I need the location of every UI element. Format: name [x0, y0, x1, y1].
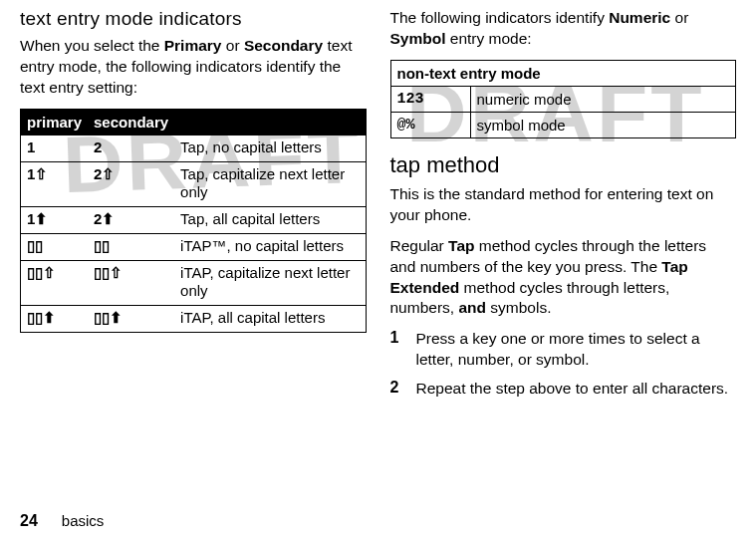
- secondary-icon: 2⇧: [88, 161, 174, 207]
- step-text: Repeat the step above to enter all chara…: [416, 379, 737, 400]
- bold-text: Secondary: [244, 37, 323, 54]
- heading-tap-method: tap method: [390, 152, 737, 178]
- primary-icon: ▯▯⬆: [21, 306, 89, 333]
- primary-icon: 1: [21, 135, 89, 161]
- mode-description: Tap, all capital letters: [174, 207, 366, 234]
- mode-description: Tap, capitalize next letter only: [174, 161, 366, 207]
- table-row: 123numeric mode: [390, 86, 736, 112]
- primary-icon: 1⇧: [21, 161, 89, 207]
- steps-list: 1Press a key one or more times to select…: [390, 329, 737, 400]
- step-text: Press a key one or more times to select …: [416, 329, 737, 371]
- heading-text-entry-indicators: text entry mode indicators: [20, 8, 367, 30]
- th-secondary: secondary: [88, 109, 174, 135]
- th-nontext: non-text entry mode: [390, 60, 736, 86]
- text-run: entry mode:: [445, 30, 531, 47]
- table-row: 1⬆2⬆Tap, all capital letters: [21, 207, 367, 234]
- secondary-icon: 2: [88, 135, 174, 161]
- page-footer: 24 basics: [20, 512, 104, 530]
- table-row: ▯▯⬆▯▯⬆iTAP, all capital letters: [21, 306, 367, 333]
- bold-text: Tap: [448, 237, 474, 254]
- secondary-icon: ▯▯⬆: [88, 306, 174, 333]
- text-run: or: [670, 9, 688, 26]
- primary-icon: ▯▯: [21, 233, 89, 260]
- two-column-layout: text entry mode indicators When you sele…: [20, 8, 736, 408]
- text-run: When you select the: [20, 37, 164, 54]
- secondary-icon: ▯▯⇧: [88, 260, 174, 306]
- secondary-icon: ▯▯: [88, 233, 174, 260]
- table-row: @%symbol mode: [390, 112, 736, 137]
- primary-icon: ▯▯⇧: [21, 260, 89, 306]
- bold-text: Primary: [164, 37, 222, 54]
- mode-description: Tap, no capital letters: [174, 135, 366, 161]
- mode-description: numeric mode: [470, 86, 736, 112]
- mode-description: iTAP™, no capital letters: [174, 233, 366, 260]
- left-column: text entry mode indicators When you sele…: [20, 8, 367, 408]
- bold-text: Numeric: [609, 9, 670, 26]
- intro-paragraph-right: The following indicators identify Numeri…: [390, 8, 737, 50]
- text-run: Regular: [390, 237, 449, 254]
- th-primary: primary: [21, 109, 89, 135]
- page-number: 24: [20, 512, 38, 530]
- intro-paragraph-left: When you select the Primary or Secondary…: [20, 36, 367, 99]
- bold-text: Symbol: [390, 30, 446, 47]
- text-run: symbols.: [486, 299, 551, 316]
- section-label: basics: [62, 512, 105, 529]
- secondary-icon: 2⬆: [88, 207, 174, 234]
- table-row: ▯▯⇧▯▯⇧iTAP, capitalize next letter only: [21, 260, 367, 306]
- primary-icon: 1⬆: [21, 207, 89, 234]
- mode-icon: 123: [390, 86, 470, 112]
- table-row: 12Tap, no capital letters: [21, 135, 367, 161]
- tap-method-para2: Regular Tap method cycles through the le…: [390, 236, 737, 320]
- step-number: 1: [390, 329, 402, 371]
- mode-description: iTAP, capitalize next letter only: [174, 260, 366, 306]
- step-number: 2: [390, 379, 402, 400]
- indicator-table: primary secondary 12Tap, no capital lett…: [20, 109, 367, 333]
- th-desc: [174, 109, 366, 135]
- nontext-table: non-text entry mode 123numeric mode@%sym…: [390, 60, 737, 138]
- mode-icon: @%: [390, 112, 470, 137]
- bold-text: and: [458, 299, 486, 316]
- step: 2Repeat the step above to enter all char…: [390, 379, 737, 400]
- text-run: The following indicators identify: [390, 9, 610, 26]
- table-row: ▯▯▯▯iTAP™, no capital letters: [21, 233, 367, 260]
- step: 1Press a key one or more times to select…: [390, 329, 737, 371]
- tap-method-para1: This is the standard method for entering…: [390, 184, 737, 226]
- right-column: The following indicators identify Numeri…: [390, 8, 737, 408]
- mode-description: symbol mode: [470, 112, 736, 137]
- text-run: or: [221, 37, 243, 54]
- table-row: 1⇧2⇧Tap, capitalize next letter only: [21, 161, 367, 207]
- mode-description: iTAP, all capital letters: [174, 306, 366, 333]
